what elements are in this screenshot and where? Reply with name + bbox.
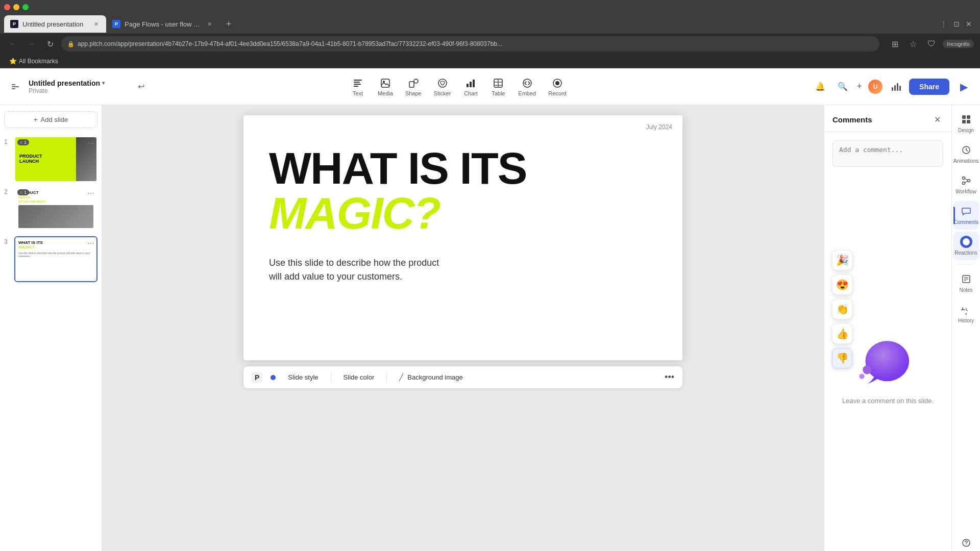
right-nav-design[interactable]: Design — [953, 109, 979, 138]
slide-1-badge: ○ 1 — [17, 139, 29, 145]
more-options-btn[interactable]: ••• — [665, 372, 674, 383]
chart-tool-icon — [464, 77, 477, 89]
animations-icon — [960, 144, 972, 156]
right-nav-reactions[interactable]: Reactions — [953, 232, 979, 260]
reload-btn[interactable]: ↻ — [43, 37, 57, 51]
extensions-btn[interactable]: ⊞ — [888, 37, 902, 51]
slide-heading-line2[interactable]: MAGIC? — [269, 191, 657, 236]
browser-tab-2[interactable]: P Page Flows - user flow design in... ✕ — [106, 15, 219, 33]
slide-thumb-2[interactable]: PRODUCT DESIGN STYLE AND INSPO ○ 1 ⋯ — [14, 186, 97, 232]
bg-slash-icon: ╱ — [399, 373, 403, 381]
comment-input[interactable] — [832, 140, 943, 167]
slide-3-thumb-magic: MAGIC? — [18, 245, 93, 249]
app-container: Untitled presentation ▾ Private ↩ Text M… — [0, 68, 980, 551]
toolbar-sticker-btn[interactable]: Sticker — [429, 74, 456, 99]
forward-btn[interactable]: → — [24, 37, 39, 51]
window-restore-btn[interactable]: ⊡ — [953, 20, 960, 28]
reaction-clap-btn[interactable]: 👏 — [832, 299, 852, 319]
slide-3-menu-btn[interactable]: ⋯ — [87, 239, 94, 247]
minimize-window-btn[interactable] — [13, 4, 19, 10]
right-nav-workflow[interactable]: Workflow — [953, 170, 979, 199]
toolbar-table-btn[interactable]: Table — [485, 74, 511, 99]
slide-1-menu-btn[interactable]: ⋯ — [87, 139, 94, 147]
toolbar-media-btn[interactable]: Media — [373, 74, 398, 99]
notifications-btn[interactable]: 🔔 — [812, 79, 828, 95]
url-bar[interactable]: 🔒 app.pitch.com/app/presentation/4b74b27… — [61, 36, 879, 52]
slide-2-menu-btn[interactable]: ⋯ — [87, 189, 94, 197]
shield-icon[interactable]: 🛡 — [924, 37, 939, 51]
toolbar-chart-btn[interactable]: Chart — [458, 74, 483, 99]
add-collaborator-btn[interactable]: + — [857, 81, 863, 92]
reaction-heart-eyes-btn[interactable]: 😍 — [832, 274, 852, 295]
browser-tab-1[interactable]: P Untitled presentation ✕ — [4, 15, 106, 33]
right-nav-help[interactable]: ? — [953, 533, 979, 551]
right-nav-history[interactable]: History — [953, 299, 979, 328]
comments-close-btn[interactable]: ✕ — [931, 113, 943, 126]
svg-point-44 — [966, 544, 967, 545]
present-btn[interactable]: ▶ — [955, 79, 972, 95]
tab-close-2[interactable]: ✕ — [205, 20, 213, 28]
svg-point-21 — [555, 81, 559, 85]
background-image-label: Background image — [407, 373, 462, 381]
new-tab-btn[interactable]: + — [222, 17, 236, 31]
undo-btn[interactable]: ↩ — [133, 79, 149, 95]
slide-color-btn[interactable]: Slide color — [339, 371, 379, 383]
menu-icon — [11, 82, 20, 91]
share-button[interactable]: Share — [909, 79, 949, 95]
incognito-badge: Incognito — [943, 40, 974, 48]
comment-bubble-svg — [857, 335, 919, 391]
svg-rect-0 — [12, 84, 15, 85]
svg-rect-3 — [354, 80, 362, 81]
window-close-btn[interactable]: ✕ — [966, 20, 972, 28]
slide-thumb-3[interactable]: WHAT IS ITS MAGIC? Use this slide to des… — [14, 236, 97, 282]
right-nav-animations[interactable]: Animations — [953, 140, 979, 168]
bottom-bar-divider-1 — [331, 372, 331, 383]
svg-point-10 — [414, 79, 418, 83]
svg-rect-25 — [899, 86, 901, 91]
maximize-window-btn[interactable] — [22, 4, 29, 10]
close-window-btn[interactable] — [4, 4, 10, 10]
slide-style-btn[interactable]: Slide style — [284, 371, 322, 383]
slide-item-2: 2 PRODUCT DESIGN STYLE AND INSPO ○ 1 ⋯ — [4, 186, 97, 232]
window-menu-btn[interactable]: ⋮ — [940, 20, 947, 28]
url-lock-icon: 🔒 — [67, 41, 75, 47]
tab-title-1: Untitled presentation — [22, 20, 88, 28]
slide-thumb-1[interactable]: PRODUCTLAUNCH ○ 1 ⋯ — [14, 136, 97, 182]
analytics-btn[interactable] — [889, 80, 903, 94]
svg-point-26 — [865, 341, 909, 381]
add-slide-btn[interactable]: + Add slide — [4, 111, 97, 128]
bookmarks-folder[interactable]: ⭐ All Bookmarks — [6, 57, 61, 66]
back-btn[interactable]: ← — [6, 37, 20, 51]
background-image-btn[interactable]: ╱ Background image — [395, 371, 467, 383]
slide-2-thumb-subtitle: DESIGN — [18, 196, 93, 199]
slide-number-3: 3 — [4, 236, 10, 245]
sidebar-toggle-btn[interactable] — [8, 80, 22, 94]
comments-icon — [960, 205, 972, 217]
bookmark-btn[interactable]: ☆ — [906, 37, 920, 51]
slide-body-text[interactable]: Use this slide to describe how the produ… — [269, 256, 514, 284]
toolbar-text-btn[interactable]: Text — [345, 74, 371, 99]
reaction-party-btn[interactable]: 🎉 — [832, 250, 852, 270]
search-btn[interactable]: 🔍 — [835, 79, 851, 95]
right-nav-comments[interactable]: Comments — [953, 201, 979, 230]
svg-rect-6 — [354, 86, 358, 87]
slide-heading-line1[interactable]: WHAT IS ITS — [269, 146, 657, 191]
window-controls: ⋮ ⊡ ✕ — [940, 20, 976, 28]
presentation-title-container[interactable]: Untitled presentation ▾ — [29, 79, 105, 87]
workflow-label: Workflow — [955, 189, 976, 195]
tab-close-1[interactable]: ✕ — [92, 20, 100, 28]
reaction-thumbsdown-btn[interactable]: 👎 — [832, 348, 852, 368]
svg-rect-5 — [354, 84, 361, 85]
toolbar-record-btn[interactable]: Record — [543, 74, 571, 99]
right-nav-notes[interactable]: Notes — [953, 269, 979, 297]
toolbar-shape-btn[interactable]: Shape — [400, 74, 427, 99]
history-label: History — [958, 318, 974, 324]
bookmark-star-icon: ⭐ — [9, 58, 17, 65]
slide-1-thumb-title: PRODUCTLAUNCH — [19, 154, 72, 164]
toolbar-embed-btn[interactable]: Embed — [513, 74, 541, 99]
reaction-thumbsup-btn[interactable]: 👍 — [832, 323, 852, 344]
toolbar-table-label: Table — [492, 90, 505, 96]
canvas-slide[interactable]: July 2024 WHAT IS ITS MAGIC? Use this sl… — [243, 115, 682, 360]
user-avatar[interactable]: U — [868, 80, 883, 94]
svg-rect-32 — [967, 120, 970, 123]
